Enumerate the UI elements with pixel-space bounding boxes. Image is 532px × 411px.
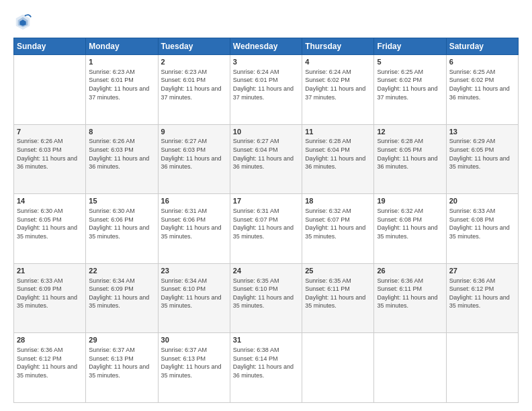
day-info: Sunrise: 6:30 AM Sunset: 6:06 PM Dayligh… bbox=[89, 207, 154, 240]
day-info: Sunrise: 6:26 AM Sunset: 6:03 PM Dayligh… bbox=[89, 137, 154, 171]
calendar-cell: 19Sunrise: 6:32 AM Sunset: 6:08 PM Dayli… bbox=[374, 194, 446, 264]
day-number: 31 bbox=[233, 335, 299, 345]
calendar-cell: 21Sunrise: 6:33 AM Sunset: 6:09 PM Dayli… bbox=[14, 263, 86, 333]
day-info: Sunrise: 6:25 AM Sunset: 6:02 PM Dayligh… bbox=[377, 68, 443, 101]
calendar-cell: 4Sunrise: 6:24 AM Sunset: 6:02 PM Daylig… bbox=[302, 55, 374, 125]
calendar-cell: 20Sunrise: 6:33 AM Sunset: 6:08 PM Dayli… bbox=[446, 194, 518, 264]
day-number: 26 bbox=[377, 266, 443, 276]
calendar-week-row: 21Sunrise: 6:33 AM Sunset: 6:09 PM Dayli… bbox=[14, 263, 519, 333]
logo bbox=[13, 12, 35, 31]
day-number: 27 bbox=[449, 266, 515, 276]
calendar-header-sunday: Sunday bbox=[14, 38, 86, 55]
calendar-cell: 6Sunrise: 6:25 AM Sunset: 6:02 PM Daylig… bbox=[446, 55, 518, 125]
day-info: Sunrise: 6:37 AM Sunset: 6:13 PM Dayligh… bbox=[161, 346, 227, 379]
calendar-header-wednesday: Wednesday bbox=[230, 38, 302, 55]
calendar-header-friday: Friday bbox=[374, 38, 446, 55]
calendar-cell: 11Sunrise: 6:28 AM Sunset: 6:04 PM Dayli… bbox=[302, 124, 374, 194]
calendar-cell: 28Sunrise: 6:36 AM Sunset: 6:12 PM Dayli… bbox=[14, 333, 86, 403]
calendar-cell: 26Sunrise: 6:36 AM Sunset: 6:11 PM Dayli… bbox=[374, 263, 446, 333]
calendar-week-row: 7Sunrise: 6:26 AM Sunset: 6:03 PM Daylig… bbox=[14, 124, 519, 194]
calendar-cell: 9Sunrise: 6:27 AM Sunset: 6:03 PM Daylig… bbox=[158, 124, 230, 194]
day-number: 7 bbox=[17, 127, 83, 137]
header bbox=[13, 12, 519, 31]
calendar-cell: 30Sunrise: 6:37 AM Sunset: 6:13 PM Dayli… bbox=[158, 333, 230, 403]
day-number: 8 bbox=[89, 127, 154, 137]
calendar-cell bbox=[302, 333, 374, 403]
calendar-cell: 31Sunrise: 6:38 AM Sunset: 6:14 PM Dayli… bbox=[230, 333, 302, 403]
day-number: 28 bbox=[17, 335, 83, 345]
calendar-cell: 24Sunrise: 6:35 AM Sunset: 6:10 PM Dayli… bbox=[230, 263, 302, 333]
calendar-cell bbox=[14, 55, 86, 125]
calendar-table: SundayMondayTuesdayWednesdayThursdayFrid… bbox=[13, 38, 519, 403]
day-info: Sunrise: 6:31 AM Sunset: 6:06 PM Dayligh… bbox=[161, 207, 227, 240]
day-info: Sunrise: 6:35 AM Sunset: 6:11 PM Dayligh… bbox=[305, 277, 371, 310]
calendar-cell: 25Sunrise: 6:35 AM Sunset: 6:11 PM Dayli… bbox=[302, 263, 374, 333]
calendar-header-thursday: Thursday bbox=[302, 38, 374, 55]
day-info: Sunrise: 6:36 AM Sunset: 6:11 PM Dayligh… bbox=[377, 277, 443, 310]
calendar-cell: 10Sunrise: 6:27 AM Sunset: 6:04 PM Dayli… bbox=[230, 124, 302, 194]
day-number: 23 bbox=[161, 266, 227, 276]
day-number: 14 bbox=[17, 196, 83, 206]
day-number: 4 bbox=[305, 57, 371, 67]
day-info: Sunrise: 6:38 AM Sunset: 6:14 PM Dayligh… bbox=[233, 346, 299, 379]
day-number: 2 bbox=[161, 57, 227, 67]
day-info: Sunrise: 6:36 AM Sunset: 6:12 PM Dayligh… bbox=[17, 346, 83, 379]
calendar-week-row: 28Sunrise: 6:36 AM Sunset: 6:12 PM Dayli… bbox=[14, 333, 519, 403]
day-number: 5 bbox=[377, 57, 443, 67]
calendar-cell: 27Sunrise: 6:36 AM Sunset: 6:12 PM Dayli… bbox=[446, 263, 518, 333]
day-number: 21 bbox=[17, 266, 83, 276]
day-number: 24 bbox=[233, 266, 299, 276]
calendar-header-monday: Monday bbox=[86, 38, 158, 55]
day-info: Sunrise: 6:23 AM Sunset: 6:01 PM Dayligh… bbox=[161, 68, 227, 101]
day-info: Sunrise: 6:34 AM Sunset: 6:09 PM Dayligh… bbox=[89, 277, 154, 310]
day-info: Sunrise: 6:28 AM Sunset: 6:04 PM Dayligh… bbox=[305, 137, 371, 171]
day-info: Sunrise: 6:27 AM Sunset: 6:03 PM Dayligh… bbox=[161, 137, 227, 171]
day-info: Sunrise: 6:26 AM Sunset: 6:03 PM Dayligh… bbox=[17, 137, 83, 171]
day-number: 25 bbox=[305, 266, 371, 276]
day-number: 30 bbox=[161, 335, 227, 345]
day-info: Sunrise: 6:33 AM Sunset: 6:09 PM Dayligh… bbox=[17, 277, 83, 310]
day-number: 16 bbox=[161, 196, 227, 206]
day-number: 22 bbox=[89, 266, 154, 276]
day-number: 18 bbox=[305, 196, 371, 206]
day-number: 10 bbox=[233, 127, 299, 137]
calendar-cell: 1Sunrise: 6:23 AM Sunset: 6:01 PM Daylig… bbox=[86, 55, 158, 125]
calendar-cell: 16Sunrise: 6:31 AM Sunset: 6:06 PM Dayli… bbox=[158, 194, 230, 264]
day-info: Sunrise: 6:32 AM Sunset: 6:07 PM Dayligh… bbox=[305, 207, 371, 240]
day-number: 3 bbox=[233, 57, 299, 67]
calendar-header-tuesday: Tuesday bbox=[158, 38, 230, 55]
calendar-cell: 23Sunrise: 6:34 AM Sunset: 6:10 PM Dayli… bbox=[158, 263, 230, 333]
day-info: Sunrise: 6:35 AM Sunset: 6:10 PM Dayligh… bbox=[233, 277, 299, 310]
day-info: Sunrise: 6:32 AM Sunset: 6:08 PM Dayligh… bbox=[377, 207, 443, 240]
calendar-cell: 15Sunrise: 6:30 AM Sunset: 6:06 PM Dayli… bbox=[86, 194, 158, 264]
calendar-cell: 12Sunrise: 6:28 AM Sunset: 6:05 PM Dayli… bbox=[374, 124, 446, 194]
calendar-cell bbox=[446, 333, 518, 403]
day-info: Sunrise: 6:25 AM Sunset: 6:02 PM Dayligh… bbox=[449, 68, 515, 101]
day-number: 20 bbox=[449, 196, 515, 206]
calendar-cell: 13Sunrise: 6:29 AM Sunset: 6:05 PM Dayli… bbox=[446, 124, 518, 194]
day-number: 29 bbox=[89, 335, 154, 345]
calendar-cell bbox=[374, 333, 446, 403]
calendar-cell: 14Sunrise: 6:30 AM Sunset: 6:05 PM Dayli… bbox=[14, 194, 86, 264]
calendar-header-saturday: Saturday bbox=[446, 38, 518, 55]
calendar-cell: 7Sunrise: 6:26 AM Sunset: 6:03 PM Daylig… bbox=[14, 124, 86, 194]
day-number: 12 bbox=[377, 127, 443, 137]
calendar-cell: 29Sunrise: 6:37 AM Sunset: 6:13 PM Dayli… bbox=[86, 333, 158, 403]
day-info: Sunrise: 6:36 AM Sunset: 6:12 PM Dayligh… bbox=[449, 277, 515, 310]
day-number: 9 bbox=[161, 127, 227, 137]
day-number: 19 bbox=[377, 196, 443, 206]
day-info: Sunrise: 6:31 AM Sunset: 6:07 PM Dayligh… bbox=[233, 207, 299, 240]
day-info: Sunrise: 6:28 AM Sunset: 6:05 PM Dayligh… bbox=[377, 137, 443, 171]
day-info: Sunrise: 6:24 AM Sunset: 6:01 PM Dayligh… bbox=[233, 68, 299, 101]
day-number: 15 bbox=[89, 196, 154, 206]
day-info: Sunrise: 6:23 AM Sunset: 6:01 PM Dayligh… bbox=[89, 68, 154, 101]
logo-icon bbox=[13, 12, 32, 31]
calendar-cell: 2Sunrise: 6:23 AM Sunset: 6:01 PM Daylig… bbox=[158, 55, 230, 125]
calendar-cell: 22Sunrise: 6:34 AM Sunset: 6:09 PM Dayli… bbox=[86, 263, 158, 333]
day-info: Sunrise: 6:27 AM Sunset: 6:04 PM Dayligh… bbox=[233, 137, 299, 171]
day-info: Sunrise: 6:34 AM Sunset: 6:10 PM Dayligh… bbox=[161, 277, 227, 310]
day-info: Sunrise: 6:37 AM Sunset: 6:13 PM Dayligh… bbox=[89, 346, 154, 379]
calendar-week-row: 14Sunrise: 6:30 AM Sunset: 6:05 PM Dayli… bbox=[14, 194, 519, 264]
calendar-week-row: 1Sunrise: 6:23 AM Sunset: 6:01 PM Daylig… bbox=[14, 55, 519, 125]
calendar-cell: 3Sunrise: 6:24 AM Sunset: 6:01 PM Daylig… bbox=[230, 55, 302, 125]
